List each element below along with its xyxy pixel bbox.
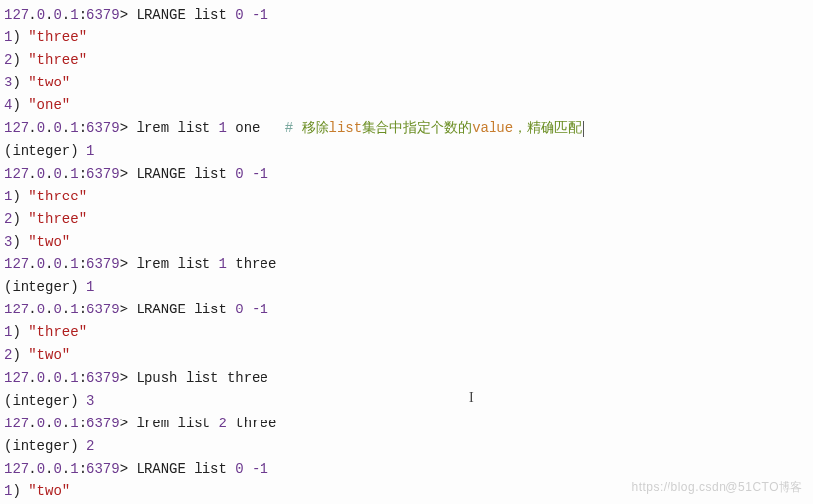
terminal-line: 127.0.0.1:6379> LRANGE list 0 -1 [4,458,809,480]
code-token: "three" [29,211,87,227]
code-token: 1 [87,279,94,295]
terminal-line: 3) "two" [4,72,809,94]
code-token: 1 [70,370,78,386]
code-token: (integer) [4,143,87,159]
code-token: . [29,166,36,182]
terminal-line: 127.0.0.1:6379> LRANGE list 0 -1 [4,299,809,321]
terminal-line: 127.0.0.1:6379> lrem list 1 one # 移除list… [4,117,809,140]
code-token: > LRANGE list [120,166,236,182]
code-token: list [329,120,363,136]
code-token: 2 [219,416,227,431]
code-token: . [29,7,36,23]
code-token: 0 -1 [235,461,268,476]
code-token: 6379 [87,166,120,182]
code-token: ) [12,29,29,45]
terminal-line: 127.0.0.1:6379> lrem list 2 three [4,413,809,435]
code-token: . [29,370,36,386]
code-token: 2 [87,438,94,454]
code-token: 1 [87,143,94,159]
code-token: 6379 [87,302,120,317]
terminal-line: 1) "three" [4,186,809,208]
code-token: 0 [53,302,61,317]
code-token: "two" [29,347,70,363]
code-token: 127 [4,416,29,431]
code-token: "two" [29,483,70,499]
code-token: one [227,120,285,136]
code-token: 127 [4,120,29,136]
code-token: 0 [53,256,61,272]
code-token: (integer) [4,438,87,454]
code-token: 127 [4,302,29,317]
code-token: 127 [4,256,29,272]
code-token: 3 [87,393,94,409]
code-token: ) [12,347,29,363]
code-token: 0 -1 [235,7,268,23]
code-token: . [29,120,36,136]
code-token: 0 -1 [235,166,268,182]
code-token: 移除 [302,120,329,136]
code-token: : [79,302,87,317]
terminal-line: 127.0.0.1:6379> lrem list 1 three [4,253,809,276]
terminal-line: 2) "two" [4,344,809,366]
terminal-line: 1) "three" [4,321,809,344]
code-token: 0 [37,416,45,431]
code-token: . [62,256,70,272]
code-token: 1 [70,302,78,317]
terminal-line: 127.0.0.1:6379> Lpush list three [4,367,809,390]
code-token: : [79,166,87,182]
code-token: . [62,7,70,23]
terminal-line: 4) "one" [4,94,809,117]
code-token: "three" [29,324,87,340]
code-token: 0 [53,7,61,23]
code-token: . [62,302,70,317]
code-token: 集合中指定个数的 [362,120,472,136]
code-token: 0 [53,370,61,386]
code-token: 0 -1 [235,302,268,317]
terminal-line: 2) "three" [4,49,809,72]
code-token: 0 [53,120,61,136]
code-token: 6379 [87,256,120,272]
code-token: ) [12,211,29,227]
code-token: 1 [219,120,227,136]
code-token: (integer) [4,393,87,409]
code-token: 0 [37,302,45,317]
code-token: ) [12,483,29,499]
terminal-line: (integer) 1 [4,140,809,163]
code-token: ，精确匹配 [513,120,582,136]
code-token: 6379 [87,416,120,431]
code-token: > LRANGE list [120,461,236,476]
terminal-output: 127.0.0.1:6379> LRANGE list 0 -11) "thre… [4,4,809,503]
code-token: . [29,256,36,272]
code-token: : [79,416,87,431]
terminal-line: 3) "two" [4,231,809,253]
code-token: . [62,370,70,386]
code-token: 0 [37,120,45,136]
code-token: : [79,7,87,23]
code-token: . [62,416,70,431]
code-token: value [472,120,513,136]
code-token: (integer) [4,279,87,295]
code-token: : [79,256,87,272]
code-token: . [29,461,36,476]
code-token: "three" [29,52,87,68]
code-token: ) [12,97,29,113]
code-token: 0 [37,7,45,23]
code-token: > LRANGE list [120,7,236,23]
text-cursor-icon: I [469,386,474,409]
code-token: ) [12,75,29,90]
code-token: 0 [53,416,61,431]
watermark-text: https://blog.csdn@51CTO博客 [631,478,803,498]
code-token: > lrem list [120,416,219,431]
code-token: 0 [53,461,61,476]
code-token: 1 [70,120,78,136]
terminal-line: (integer) 1 [4,276,809,299]
code-token: 0 [37,256,45,272]
code-token: 6379 [87,120,120,136]
code-token: 1 [70,416,78,431]
code-token: : [79,461,87,476]
code-token: . [29,416,36,431]
code-token: ) [12,234,29,250]
terminal-line: (integer) 2 [4,435,809,458]
code-token: 0 [53,166,61,182]
code-token: 1 [70,7,78,23]
